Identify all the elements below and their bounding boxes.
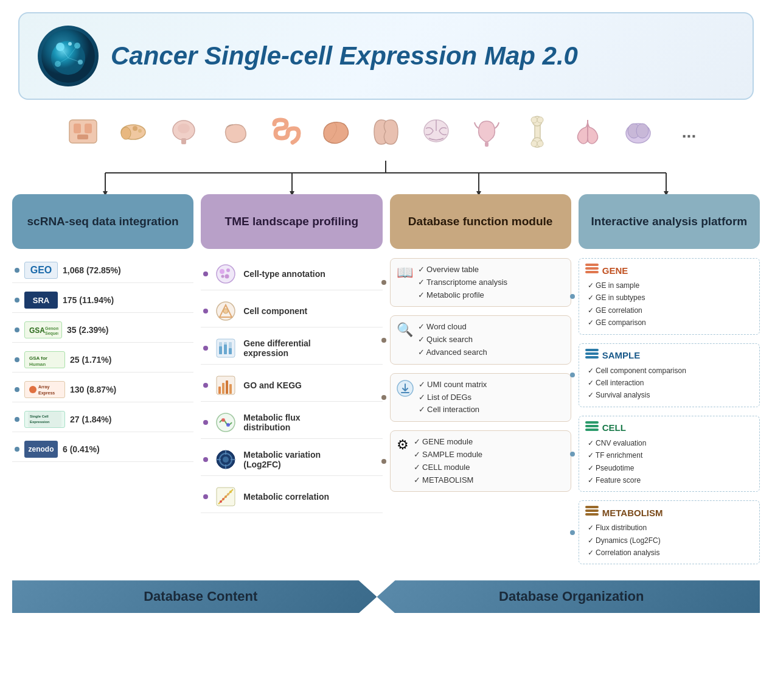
search-icon: 🔍 [397,322,413,338]
organ-skin [63,112,103,152]
gsa-logo: GSA Genome Sequence [24,321,62,338]
tme-label: Metabolic variation(Log2FC) [243,450,321,469]
svg-text:Expression: Expression [30,420,50,424]
svg-point-21 [178,124,190,133]
gear-icon: ⚙ [397,437,409,453]
svg-text:Express: Express [38,391,55,396]
download-icon [397,380,414,401]
col1-content: GEO 1,068 (72.85%) SRA 175 (11.94%) GSA … [12,258,193,462]
list-item: ✓ Pseudotime [588,462,753,474]
svg-rect-23 [485,142,489,147]
database-organization-arrow: Database Organization [377,580,760,613]
svg-rect-53 [28,411,61,427]
col3: Database function module 📖 ✓ Overview ta… [390,194,571,495]
svg-rect-95 [585,271,599,273]
arrayexpress-logo: Array Express [24,381,65,398]
list-item: ✓ Transcriptome analysis [418,276,508,289]
func-items: ✓ GENE module ✓ SAMPLE module ✓ CELL mod… [414,436,483,486]
svg-point-59 [225,275,229,279]
list-item: ✓ Cell component comparison [588,365,753,377]
sra-count: 175 (11.94%) [63,295,114,305]
go-kegg-icon [214,374,237,397]
organ-intestine [265,112,305,152]
svg-text:Genome: Genome [45,326,58,331]
list-item: GO and KEGG [201,369,382,402]
svg-marker-44 [664,191,669,194]
svg-rect-72 [222,383,224,394]
database-content-arrow: Database Content [12,580,377,613]
gene-label: GENE [602,265,628,276]
cell-category: CELL [585,421,753,435]
dot [15,298,19,303]
svg-point-76 [221,418,225,422]
svg-point-62 [223,309,228,313]
col2-header: TME landscape profiling [201,194,382,249]
dot [381,395,386,400]
organ-bone [518,112,557,152]
gsa-count: 35 (2.39%) [67,325,108,335]
col3-header: Database function module [390,194,571,249]
organ-kidney [366,112,406,152]
func-items: ✓ Word cloud ✓ Quick search ✓ Advanced s… [418,321,487,359]
arrayexpress-count: 130 (8.87%) [70,385,116,394]
sample-label: SAMPLE [602,350,641,360]
database-organization-label: Database Organization [499,589,644,604]
organ-more: ... [669,112,709,152]
dot [203,346,208,351]
list-item: SRA 175 (11.94%) [12,288,193,313]
sra-logo: SRA [24,292,58,309]
tme-label: Cell component [243,306,307,316]
svg-marker-43 [476,191,481,194]
svg-marker-42 [290,191,294,194]
svg-point-89 [224,495,227,498]
func-row: ✓ UMI count matrix ✓ List of DEGs ✓ Cell… [397,379,565,416]
geo-count: 1,068 (72.85%) [63,265,121,275]
list-item: Array Express 130 (8.87%) [12,377,193,402]
dot [570,294,575,299]
dot [15,417,19,422]
list-item: Cell component [201,295,382,327]
cell-label: CELL [602,422,626,433]
dot [381,459,386,464]
metabolic-flux-icon [214,411,237,434]
svg-point-28 [537,117,543,123]
svg-point-34 [636,124,649,138]
svg-text:Array: Array [38,385,49,390]
svg-rect-69 [229,348,232,354]
organ-liver [316,112,355,152]
gene-items: ✓ GE in sample ✓ GE in subtypes ✓ GE cor… [585,279,753,329]
col2: TME landscape profiling Cell-type annot [201,194,382,513]
organ-uterus [467,112,507,152]
sample-category: SAMPLE [585,349,753,362]
metabolic-correlation-icon [214,485,237,508]
col4: Interactive analysis platform GENE [579,194,760,568]
singlecell-logo: Single Cell Expression [24,411,65,428]
dot [570,373,575,377]
list-item: ✓ CNV evaluation [588,437,753,449]
svg-text:Single Cell: Single Cell [30,415,49,418]
sample-stack-icon [585,349,599,362]
svg-point-17 [133,126,137,131]
col1: scRNA-seq data integration GEO 1,068 (72… [12,194,193,462]
dot [15,327,19,332]
dot [15,357,19,362]
svg-point-57 [220,269,224,274]
svg-rect-67 [224,345,227,354]
list-item: ✓ Survival analysis [588,389,753,401]
list-item: ✓ Cell interaction [588,377,753,389]
svg-point-91 [229,491,232,493]
book-icon: 📖 [397,265,413,281]
list-item: ✓ CELL module [414,461,483,474]
list-item: ✓ GE comparison [588,317,753,329]
singlecell-count: 27 (1.84%) [70,415,111,424]
list-item: ✓ Metabolic profile [418,289,508,302]
svg-rect-98 [585,356,599,359]
organ-stomach [215,112,254,152]
organ-brain [417,112,456,152]
gene-diff-icon [214,337,237,360]
list-item: ✓ Dynamics (Log2FC) [588,534,753,547]
func-section-overview: 📖 ✓ Overview table ✓ Transcriptome analy… [390,258,571,307]
svg-point-60 [221,275,224,278]
list-item: ✓ Flux distribution [588,522,753,534]
svg-text:Human: Human [29,362,46,367]
